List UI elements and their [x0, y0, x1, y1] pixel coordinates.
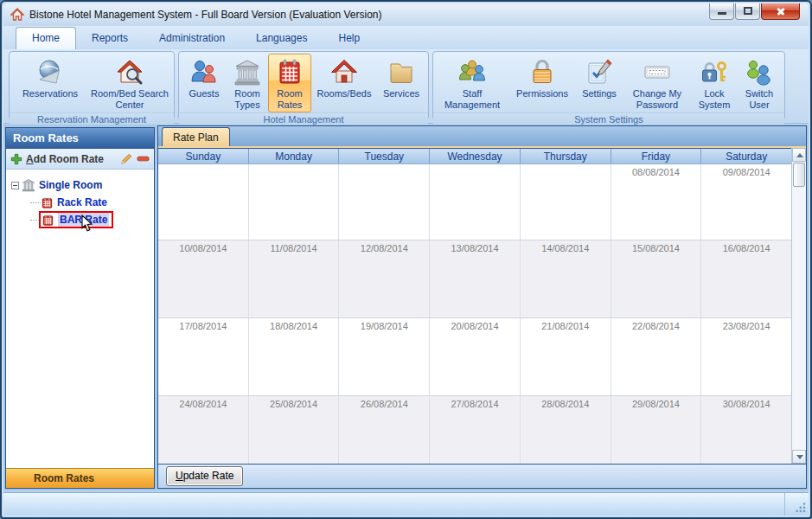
maximize-button[interactable]: [735, 3, 760, 20]
calendar-cell[interactable]: 12/08/2014: [339, 240, 430, 317]
rate-calendar: Sunday Monday Tuesday Wednesday Thursday…: [158, 148, 791, 464]
minimize-icon: [718, 12, 726, 15]
close-button[interactable]: [761, 3, 800, 20]
ribbon-group-system-settings: Staff Management Permissions: [432, 51, 785, 120]
ribbon-button-label: Rooms/Beds: [317, 88, 372, 99]
arrow-up-icon: [796, 153, 803, 157]
staff-management-button[interactable]: Staff Management: [436, 54, 508, 112]
calendar-cell[interactable]: 15/08/2014: [611, 240, 702, 317]
tree-node-label[interactable]: Single Room: [39, 179, 102, 191]
delete-minus-icon[interactable]: [137, 155, 150, 163]
ribbon-button-label: Reservations: [22, 88, 78, 99]
calendar-cell[interactable]: [339, 164, 430, 240]
settings-icon: [585, 58, 614, 87]
switch-user-button[interactable]: Switch User: [737, 54, 782, 112]
collapse-icon[interactable]: [11, 182, 19, 189]
tree-node-rack-rate[interactable]: Rack Rate: [30, 194, 154, 211]
menu-tab-languages[interactable]: Languages: [240, 28, 323, 49]
calendar-cell[interactable]: 20/08/2014: [430, 318, 521, 395]
guests-button[interactable]: Guests: [182, 54, 227, 112]
calendar-cell[interactable]: 30/08/2014: [701, 396, 791, 464]
calendar-cell[interactable]: 29/08/2014: [611, 396, 702, 464]
rate-calendar-icon: [41, 196, 54, 209]
calendar-cell[interactable]: 13/08/2014: [430, 240, 521, 317]
calendar-cell[interactable]: 21/08/2014: [521, 318, 611, 395]
ribbon-button-label: Switch User: [739, 88, 779, 110]
calendar-cell[interactable]: [521, 164, 611, 240]
title-bar[interactable]: Bistone Hotel Management System - Full B…: [3, 3, 809, 26]
day-header: Wednesday: [430, 149, 521, 163]
calendar-cell[interactable]: 27/08/2014: [430, 396, 521, 464]
menu-tab-reports[interactable]: Reports: [76, 28, 144, 49]
edit-pencil-icon[interactable]: [120, 152, 133, 165]
calendar-week-row: 08/08/2014 09/08/2014: [158, 164, 791, 240]
calendar-cell[interactable]: 26/08/2014: [339, 396, 430, 464]
calendar-cell[interactable]: 23/08/2014: [701, 318, 791, 395]
window-title: Bistone Hotel Management System - Full B…: [29, 9, 382, 21]
ribbon-button-label: Room/Bed Search Center: [91, 88, 169, 110]
tab-rate-plan[interactable]: Rate Plan: [162, 127, 230, 146]
calendar-cell[interactable]: 22/08/2014: [611, 318, 702, 395]
room-bed-search-center-button[interactable]: Room/Bed Search Center: [88, 54, 171, 112]
lock-system-button[interactable]: Lock System: [692, 54, 737, 112]
calendar-cell[interactable]: [430, 164, 521, 240]
menu-tab-administration[interactable]: Administration: [144, 28, 240, 49]
mouse-cursor-icon: [81, 215, 93, 233]
calendar-cell[interactable]: [158, 164, 249, 240]
menu-tab-home[interactable]: Home: [16, 27, 76, 49]
room-rates-button[interactable]: Room Rates: [268, 54, 311, 112]
update-rate-button[interactable]: Update Rate: [166, 466, 243, 486]
password-field-icon: [643, 58, 672, 87]
content-area: Room Rates Add Room Rate: [3, 125, 809, 490]
calendar-week-row: 24/08/2014 25/08/2014 26/08/2014 27/08/2…: [158, 396, 791, 464]
change-my-password-button[interactable]: Change My Password: [623, 54, 692, 112]
calendar-cell[interactable]: 09/08/2014: [701, 164, 791, 240]
services-button[interactable]: Services: [377, 54, 425, 112]
calendar-cell[interactable]: [249, 164, 340, 240]
minimize-button[interactable]: [709, 3, 734, 20]
app-home-icon: [10, 8, 24, 22]
add-room-rate-button[interactable]: Add Room Rate: [26, 153, 117, 165]
settings-button[interactable]: Settings: [576, 54, 623, 112]
rate-plan-area: Rate Plan Sunday Monday Tuesday Wednesda…: [157, 125, 807, 489]
calendar-week-row: 10/08/2014 11/08/2014 12/08/2014 13/08/2…: [158, 240, 791, 318]
scroll-up-button[interactable]: [792, 148, 806, 162]
calendar-cell[interactable]: 16/08/2014: [701, 240, 791, 317]
reservations-button[interactable]: Reservations: [12, 54, 88, 112]
maximize-icon: [744, 7, 752, 15]
ribbon: Reservations Room/Bed Search Center Rese…: [3, 49, 809, 124]
resize-grip-icon[interactable]: [795, 502, 806, 513]
ribbon-button-label: Guests: [189, 88, 220, 99]
room-rates-panel: Room Rates Add Room Rate: [5, 127, 155, 489]
tree-node-label[interactable]: Rack Rate: [57, 196, 107, 208]
rate-calendar-icon: [42, 214, 54, 227]
rooms-beds-button[interactable]: Rooms/Beds: [311, 54, 377, 112]
guests-icon: [189, 58, 219, 87]
scrollbar-thumb[interactable]: [793, 163, 805, 187]
calendar-cell[interactable]: 14/08/2014: [521, 240, 611, 317]
permissions-button[interactable]: Permissions: [508, 54, 576, 112]
arrow-down-icon: [796, 455, 803, 459]
calendar-cell[interactable]: 28/08/2014: [521, 396, 611, 464]
scroll-down-button[interactable]: [792, 450, 806, 464]
room-rate-tree: Single Room Rack Rate: [6, 170, 154, 468]
calendar-cell[interactable]: 19/08/2014: [339, 318, 430, 395]
vertical-scrollbar[interactable]: [791, 148, 806, 464]
status-bar: [3, 492, 809, 516]
room-types-button[interactable]: Room Types: [227, 54, 268, 112]
grip-section: [784, 493, 809, 516]
calendar-cell[interactable]: 08/08/2014: [611, 164, 702, 240]
calendar-cell[interactable]: 11/08/2014: [249, 240, 340, 317]
calendar-cell[interactable]: 18/08/2014: [249, 318, 340, 395]
menu-tab-help[interactable]: Help: [323, 28, 375, 49]
calendar-cell[interactable]: 10/08/2014: [158, 240, 249, 317]
calendar-week-row: 17/08/2014 18/08/2014 19/08/2014 20/08/2…: [158, 318, 791, 396]
calendar-cell[interactable]: 25/08/2014: [249, 396, 340, 464]
add-icon[interactable]: [10, 153, 22, 165]
room-rates-dock-tab[interactable]: Room Rates: [6, 468, 154, 488]
calendar-cell[interactable]: 17/08/2014: [158, 318, 249, 395]
tree-node-single-room[interactable]: Single Room: [11, 176, 154, 194]
tree-connector: [30, 202, 41, 203]
calendar-cell[interactable]: 24/08/2014: [158, 396, 249, 464]
ribbon-button-label: Change My Password: [625, 88, 689, 110]
